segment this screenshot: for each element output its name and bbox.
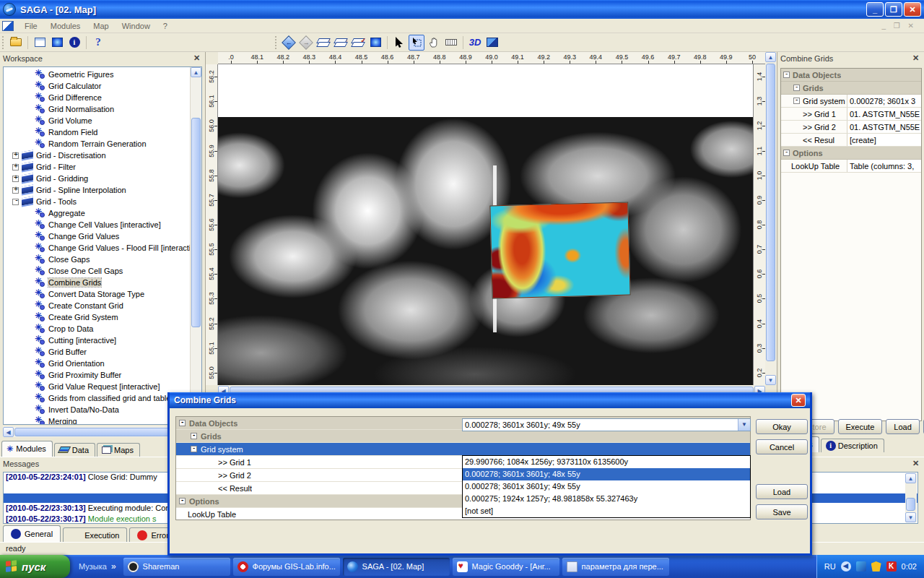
tab-description[interactable]: i Description xyxy=(821,439,884,452)
tree-item[interactable]: Random Terrain Generation xyxy=(4,138,190,150)
zoom-back-icon[interactable]: ← xyxy=(281,35,297,51)
tree-item[interactable]: Grid Difference xyxy=(4,92,190,103)
tree-item[interactable]: Create Grid System xyxy=(4,311,190,323)
active-map-icon[interactable] xyxy=(49,35,65,51)
tree-item[interactable]: Convert Data Storage Type xyxy=(4,288,190,300)
taskbar-task-button[interactable]: Форумы GIS-Lab.info... xyxy=(233,558,340,576)
save-map-image-icon[interactable] xyxy=(484,35,500,51)
map-vertical-scrollbar[interactable]: ▲ ▼ xyxy=(765,52,777,385)
expand-toggle-icon[interactable] xyxy=(12,187,19,194)
taskbar-task-button[interactable]: Shareman xyxy=(123,558,230,576)
antivirus-tray-icon[interactable]: K xyxy=(886,561,897,571)
collapse-icon[interactable] xyxy=(793,85,800,91)
messages-tab[interactable]: General xyxy=(3,525,61,542)
dropdown-item[interactable]: 0.000275; 1924x 1257y; 48.981858x 55.327… xyxy=(463,493,750,505)
media-player-tray-icon[interactable] xyxy=(856,561,866,571)
menu-item[interactable]: Map xyxy=(87,20,115,32)
collapse-icon[interactable] xyxy=(783,72,790,78)
tree-item[interactable]: Grid Proximity Buffer xyxy=(4,369,190,381)
tree-item[interactable]: Change Grid Values - Flood Fill [interac… xyxy=(4,242,190,254)
messages-scroll-thumb[interactable] xyxy=(906,498,915,511)
menu-item[interactable]: ? xyxy=(157,20,174,32)
workspace-tab[interactable]: Modules xyxy=(1,441,53,457)
dropdown-item[interactable]: 29.990766; 1084x 1256y; 9373110x 6135600… xyxy=(463,456,750,468)
settings-panel-close-icon[interactable]: ✕ xyxy=(910,53,921,64)
tree-item[interactable]: Close One Cell Gaps xyxy=(4,265,190,277)
start-button[interactable]: пуск xyxy=(0,555,70,578)
tree-item[interactable]: Grid Volume xyxy=(4,115,190,126)
map-vscroll-thumb[interactable] xyxy=(766,64,775,361)
tree-item[interactable]: Grid Value Request [interactive] xyxy=(4,381,190,392)
tree-item[interactable]: Grids from classified grid and table xyxy=(4,392,190,404)
tree-item[interactable]: Change Cell Values [interactive] xyxy=(4,219,190,230)
param-value[interactable]: Table (columns: 3, xyxy=(847,160,921,172)
tree-item[interactable]: Grid - Spline Interpolation xyxy=(4,184,190,196)
tree-scroll-thumb[interactable] xyxy=(191,118,201,327)
zoom-full-extent-icon[interactable]: ↓ xyxy=(315,35,331,51)
scroll-down-icon[interactable]: ▼ xyxy=(905,512,916,522)
zoom-forward-icon[interactable]: → xyxy=(298,35,314,51)
expand-toggle-icon[interactable] xyxy=(12,199,19,205)
tree-item[interactable]: Grid Buffer xyxy=(4,346,190,358)
expand-toggle-icon[interactable] xyxy=(12,164,19,171)
scroll-down-icon[interactable]: ▼ xyxy=(765,375,776,385)
combobox-dropdown-icon[interactable]: ▼ xyxy=(738,419,750,431)
param-value[interactable]: 0.000278; 3601x 3 xyxy=(847,95,921,107)
tree-item[interactable]: Combine Grids xyxy=(4,277,190,288)
save-button[interactable]: Save xyxy=(756,504,808,519)
tree-item[interactable]: Aggregate xyxy=(4,207,190,219)
tree-item[interactable]: Grid - Filter xyxy=(4,161,190,173)
open-file-icon[interactable] xyxy=(8,35,24,51)
measure-tool-icon[interactable] xyxy=(443,35,459,51)
tree-item[interactable]: Geometric Figures xyxy=(4,69,190,80)
tree-item[interactable]: Random Field xyxy=(4,126,190,138)
workspace-tab[interactable]: Data xyxy=(54,443,95,457)
tree-item[interactable]: Grid - Gridding xyxy=(4,173,190,184)
param-row[interactable]: << Resul[create] xyxy=(781,134,921,147)
pan-tool-icon[interactable] xyxy=(426,35,442,51)
grid-system-combobox[interactable]: 0.000278; 3601x 3601y; 49x 55y ▼ xyxy=(462,418,751,431)
mdi-child-icon[interactable] xyxy=(2,21,14,31)
minimize-button[interactable]: _ xyxy=(866,2,884,17)
quick-launch-label[interactable]: Музыка xyxy=(79,562,107,571)
okay-button[interactable]: Okay xyxy=(756,419,808,434)
map-canvas[interactable] xyxy=(218,64,753,385)
3d-view-icon[interactable]: 3D xyxy=(467,35,483,51)
param-row[interactable]: >> Grid 101. ASTGTM_N55E xyxy=(781,108,921,121)
dropdown-item[interactable]: 0.000278; 3601x 3601y; 49x 55y xyxy=(463,480,750,493)
menu-item[interactable]: File xyxy=(18,20,44,32)
tree-item[interactable]: Grid Normalisation xyxy=(4,103,190,115)
collapse-icon[interactable] xyxy=(179,498,186,504)
tree-item[interactable]: Invert Data/No-Data xyxy=(4,404,190,415)
grid-system-row[interactable]: Grid system xyxy=(176,443,750,456)
workspace-tab[interactable]: Maps xyxy=(97,443,140,457)
synchronize-icon[interactable] xyxy=(367,35,383,51)
zoom-tool-icon[interactable] xyxy=(409,35,424,51)
scroll-up-icon[interactable]: ▲ xyxy=(765,52,776,62)
param-value[interactable]: [create] xyxy=(847,134,921,146)
pointer-icon[interactable] xyxy=(391,35,407,51)
param-row[interactable]: LookUp TableTable (columns: 3, xyxy=(781,160,921,173)
param-row[interactable]: >> Grid 201. ASTGTM_N55E xyxy=(781,121,921,134)
menu-item[interactable]: Window xyxy=(116,20,157,32)
load-settings-button[interactable]: Load xyxy=(886,419,919,434)
scroll-left-icon[interactable]: ◀ xyxy=(3,427,14,437)
tree-vertical-scrollbar[interactable]: ▲ ▼ xyxy=(190,67,201,424)
workspace-panel-icon[interactable] xyxy=(32,35,48,51)
object-properties-icon[interactable]: i xyxy=(66,35,82,51)
param-section-row[interactable]: Grids xyxy=(781,82,921,95)
collapse-icon[interactable] xyxy=(191,433,197,439)
quick-launch-chevron-icon[interactable]: » xyxy=(111,561,116,571)
param-section-row[interactable]: Grids xyxy=(176,430,750,443)
taskbar-task-button[interactable]: параметра для пере... xyxy=(562,558,669,576)
cancel-button[interactable]: Cancel xyxy=(756,439,808,454)
tree-item[interactable]: Crop to Data xyxy=(4,323,190,335)
language-indicator[interactable]: RU xyxy=(824,562,836,571)
messages-scrollbar[interactable]: ▲ ▼ xyxy=(905,473,917,522)
collapse-icon[interactable] xyxy=(783,150,790,156)
messages-close-icon[interactable]: ✕ xyxy=(910,459,921,469)
taskbar-task-button[interactable]: Magic Gooddy - [Анг... xyxy=(453,558,559,576)
expand-toggle-icon[interactable] xyxy=(12,176,19,182)
collapse-icon[interactable] xyxy=(179,420,186,426)
dropdown-item[interactable]: 0.000278; 3601x 3601y; 48x 55y xyxy=(463,468,750,480)
